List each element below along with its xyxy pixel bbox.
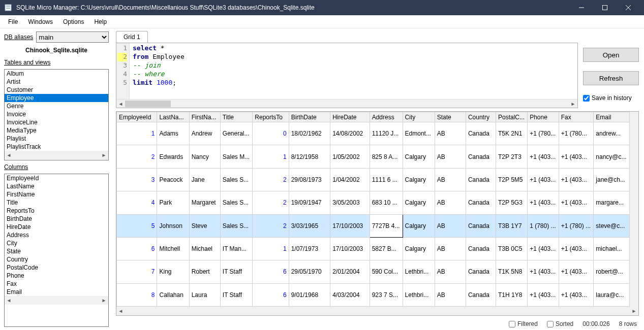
- cell[interactable]: Sales S...: [220, 214, 253, 237]
- tab-grid-1[interactable]: Grid 1: [116, 31, 148, 43]
- cell[interactable]: 1: [253, 145, 289, 168]
- cell[interactable]: Calgary: [403, 168, 435, 191]
- column-item-address[interactable]: Address: [5, 231, 108, 239]
- column-header[interactable]: PostalC...: [496, 112, 528, 122]
- table-item-customer[interactable]: Customer: [5, 86, 108, 94]
- cell[interactable]: AB: [435, 237, 466, 260]
- scroll-left-icon[interactable]: ◄: [116, 100, 125, 108]
- cell[interactable]: 6: [117, 237, 157, 260]
- cell[interactable]: 2: [253, 191, 289, 214]
- column-item-postalcode[interactable]: PostalCode: [5, 263, 108, 272]
- column-item-hiredate[interactable]: HireDate: [5, 223, 108, 231]
- cell[interactable]: Edwards: [157, 145, 189, 168]
- column-header[interactable]: Email: [594, 112, 630, 122]
- cell[interactable]: AB: [435, 168, 466, 191]
- cell[interactable]: +1 (403...: [559, 260, 594, 283]
- column-header[interactable]: Country: [466, 112, 496, 122]
- table-item-employee[interactable]: Employee: [5, 94, 108, 102]
- cell[interactable]: +1 (780...: [559, 122, 594, 145]
- column-item-state[interactable]: State: [5, 247, 108, 255]
- table-row[interactable]: 7KingRobertIT Staff629/05/19702/01/20045…: [117, 260, 630, 283]
- cell[interactable]: Canada: [466, 168, 496, 191]
- cell[interactable]: 1: [117, 122, 157, 145]
- cell[interactable]: 18/02/1962: [289, 122, 330, 145]
- cell[interactable]: +1 (780...: [528, 122, 559, 145]
- menu-options[interactable]: Options: [58, 17, 89, 27]
- table-row[interactable]: 2EdwardsNancySales M...18/12/19581/05/20…: [117, 145, 630, 168]
- cell[interactable]: T2P 2T3: [496, 145, 528, 168]
- column-header[interactable]: HireDate: [330, 112, 370, 122]
- cell[interactable]: +1 (403...: [559, 191, 594, 214]
- cell[interactable]: 2: [117, 145, 157, 168]
- cell[interactable]: +1 (403...: [528, 168, 559, 191]
- cell[interactable]: +1 (780) ...: [559, 214, 594, 237]
- column-item-lastname[interactable]: LastName: [5, 182, 108, 190]
- column-item-employeeid[interactable]: EmployeeId: [5, 174, 108, 182]
- cell[interactable]: andrew...: [594, 122, 630, 145]
- cell[interactable]: Jane: [189, 168, 220, 191]
- table-row[interactable]: 6MitchellMichaelIT Man...11/07/197317/10…: [117, 237, 630, 260]
- cell[interactable]: 29/08/1973: [289, 168, 330, 191]
- cell[interactable]: 29/05/1970: [289, 260, 330, 283]
- cell[interactable]: robert@...: [594, 260, 630, 283]
- cell[interactable]: General...: [220, 122, 253, 145]
- scroll-right-icon[interactable]: ►: [630, 307, 638, 315]
- column-header[interactable]: State: [435, 112, 466, 122]
- cell[interactable]: AB: [435, 214, 466, 237]
- cell[interactable]: Canada: [466, 145, 496, 168]
- cell[interactable]: 4: [117, 191, 157, 214]
- cell[interactable]: T1K 5N8: [496, 260, 528, 283]
- cell[interactable]: +1 (403...: [559, 145, 594, 168]
- cell[interactable]: Canada: [466, 122, 496, 145]
- column-header[interactable]: EmployeeId: [117, 112, 157, 122]
- table-item-artist[interactable]: Artist: [5, 78, 108, 86]
- cell[interactable]: Nancy: [189, 145, 220, 168]
- cell[interactable]: 1/04/2002: [330, 168, 370, 191]
- table-item-playlist[interactable]: Playlist: [5, 135, 108, 143]
- cell[interactable]: Sales M...: [220, 145, 253, 168]
- column-item-city[interactable]: City: [5, 239, 108, 247]
- cell[interactable]: 14/08/2002: [330, 122, 370, 145]
- cell[interactable]: Sales S...: [220, 168, 253, 191]
- cell[interactable]: margare...: [594, 191, 630, 214]
- cell[interactable]: 7727B 4...: [370, 214, 403, 237]
- scroll-right-icon[interactable]: ►: [100, 296, 108, 305]
- cell[interactable]: Robert: [189, 260, 220, 283]
- column-header[interactable]: LastNa...: [157, 112, 189, 122]
- results-grid[interactable]: EmployeeIdLastNa...FirstNa...TitleReport…: [116, 111, 639, 316]
- tables-list[interactable]: AlbumArtistCustomerEmployeeGenreInvoiceI…: [4, 69, 109, 160]
- maximize-button[interactable]: [593, 0, 617, 15]
- cell[interactable]: 825 8 A...: [370, 145, 403, 168]
- cell[interactable]: 11120 J...: [370, 122, 403, 145]
- cell[interactable]: +1 (403...: [528, 237, 559, 260]
- cell[interactable]: 17/10/2003: [330, 214, 370, 237]
- cell[interactable]: nancy@c...: [594, 145, 630, 168]
- cell[interactable]: 5827 B...: [370, 237, 403, 260]
- cell[interactable]: +1 (403...: [559, 168, 594, 191]
- cell[interactable]: 1/05/2002: [330, 145, 370, 168]
- cell[interactable]: AB: [435, 145, 466, 168]
- menu-help[interactable]: Help: [89, 17, 112, 27]
- table-row[interactable]: 4ParkMargaretSales S...219/09/19473/05/2…: [117, 191, 630, 214]
- cell[interactable]: Calgary: [403, 237, 435, 260]
- table-row[interactable]: 8CallahanLauraIT Staff69/01/19684/03/200…: [117, 283, 630, 306]
- cell[interactable]: Margaret: [189, 191, 220, 214]
- cell[interactable]: 1111 6 ...: [370, 168, 403, 191]
- cell[interactable]: +1 (403...: [528, 145, 559, 168]
- table-row[interactable]: 1AdamsAndrewGeneral...018/02/196214/08/2…: [117, 122, 630, 145]
- cell[interactable]: T3B 0C5: [496, 237, 528, 260]
- table-item-playlisttrack[interactable]: PlaylistTrack: [5, 143, 108, 151]
- cell[interactable]: Callahan: [157, 283, 189, 306]
- column-header[interactable]: Title: [220, 112, 253, 122]
- column-item-title[interactable]: Title: [5, 199, 108, 207]
- cell[interactable]: 2: [253, 214, 289, 237]
- cell[interactable]: 9/01/1968: [289, 283, 330, 306]
- cell[interactable]: +1 (403...: [528, 191, 559, 214]
- cell[interactable]: 6: [253, 283, 289, 306]
- cell[interactable]: AB: [435, 283, 466, 306]
- column-item-reportsto[interactable]: ReportsTo: [5, 207, 108, 215]
- table-item-genre[interactable]: Genre: [5, 102, 108, 110]
- scrollbar[interactable]: ◄ ►: [5, 296, 108, 305]
- cell[interactable]: Canada: [466, 191, 496, 214]
- cell[interactable]: Edmont...: [403, 122, 435, 145]
